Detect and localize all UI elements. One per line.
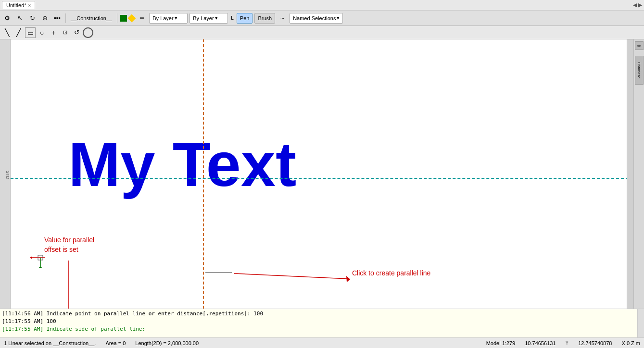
std-label: STD	[5, 171, 10, 179]
edit-panel-icon[interactable]: ✏	[635, 41, 644, 50]
right-sidebar: ✏ Database	[633, 39, 644, 309]
z-coordinate: X 0 Z m	[621, 340, 640, 346]
diagonal-line-icon[interactable]: ╱	[13, 27, 24, 38]
horizontal-guide-line	[11, 178, 633, 179]
status-bar: 1 Linear selected on __Construction__. A…	[0, 337, 644, 348]
pointer-icon[interactable]: ↖	[14, 13, 25, 24]
database-panel-icon[interactable]: Database	[635, 56, 644, 85]
separator1	[65, 13, 66, 23]
color-swatch[interactable]	[120, 15, 127, 22]
console-line-1: [11:14:56 AM] Indicate point on parallel…	[2, 310, 642, 318]
pen-indicator: L	[230, 15, 235, 21]
click-annotation: Click to create parallel line	[352, 269, 430, 277]
lineweight-icon[interactable]: ━	[137, 13, 147, 24]
window-controls: ◀ ▶	[633, 2, 642, 8]
y-coordinate: 12.745740878	[578, 340, 612, 346]
line-tool-icon[interactable]: ╲	[2, 27, 13, 38]
parallel-preview-line	[205, 272, 232, 273]
document-tab[interactable]: Untitled* ×	[2, 1, 35, 9]
circle-icon[interactable]: ○	[37, 27, 47, 38]
canvas-vertical-scrollbar[interactable]	[627, 39, 633, 309]
crosshair-icon[interactable]: +	[48, 27, 59, 38]
vertical-guide-line	[203, 39, 204, 309]
main-area: STD My Text Value for paralleloffset is …	[0, 39, 644, 309]
layer-name-label: __Construction__	[69, 15, 114, 21]
svg-marker-1	[30, 256, 32, 259]
canvas-text: My Text	[68, 128, 296, 200]
console-line-2: [11:17:55 AM] 100	[2, 318, 642, 325]
rotate2-icon[interactable]: ↺	[71, 27, 82, 38]
secondary-toolbar: ╲ ╱ ▭ ○ + ⊡ ↺	[0, 26, 644, 39]
length-info: Length(2D) = 2,000,000.00	[135, 340, 199, 346]
document-title: Untitled*	[6, 2, 26, 8]
svg-marker-3	[39, 267, 42, 268]
selection-info: 1 Linear selected on __Construction__.	[4, 340, 96, 346]
named-selections-dropdown[interactable]: Named Selections ▾	[290, 13, 343, 24]
node-icon[interactable]: ⊡	[60, 27, 70, 38]
model-scale: Model 1:279	[486, 340, 516, 346]
stroke-icon[interactable]: ~	[277, 13, 288, 24]
svg-marker-8	[346, 276, 350, 282]
close-tab-button[interactable]: ×	[28, 3, 31, 8]
main-toolbar: ⚙ ↖ ↻ ⊕ ▪▪▪ __Construction__ ━ By Layer …	[0, 11, 644, 26]
area-info: Area = 0	[105, 340, 126, 346]
console-line-3: [11:17:55 AM] Indicate side of parallel …	[2, 325, 642, 333]
layers-icon[interactable]: ▪▪▪	[52, 13, 63, 24]
settings-icon[interactable]: ⚙	[2, 13, 13, 24]
color-dropdown[interactable]: By Layer ▾	[149, 13, 188, 24]
separator2	[117, 13, 117, 23]
pen-button[interactable]: Pen	[237, 13, 253, 24]
x-label: Y	[565, 340, 568, 346]
x-coordinate: 10.74656131	[525, 340, 556, 346]
canvas-area[interactable]: My Text Value for paralleloffset is set …	[11, 39, 633, 309]
left-sidebar: STD	[0, 39, 11, 309]
linetype-indicator[interactable]	[128, 14, 136, 22]
brush-button[interactable]: Brush	[254, 13, 275, 24]
ellipse-icon[interactable]	[83, 27, 93, 38]
coordinate-cross	[30, 244, 54, 270]
console-scrollbar[interactable]	[637, 309, 644, 337]
select-rect-icon[interactable]: ▭	[25, 27, 36, 38]
console-area: [11:14:56 AM] Indicate point on parallel…	[0, 309, 644, 337]
title-bar: Untitled* × ◀ ▶	[0, 0, 644, 11]
linetype-dropdown[interactable]: By Layer ▾	[189, 13, 228, 24]
rotate-icon[interactable]: ↻	[27, 13, 38, 24]
svg-line-7	[234, 273, 347, 279]
snap-icon[interactable]: ⊕	[39, 13, 50, 24]
